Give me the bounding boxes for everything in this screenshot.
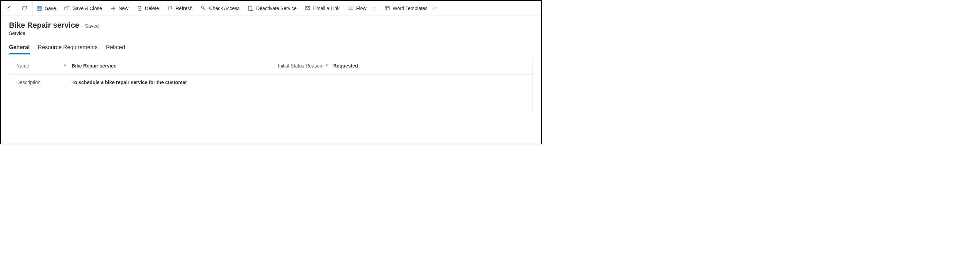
refresh-label: Refresh (175, 6, 192, 11)
svg-rect-2 (38, 6, 40, 8)
refresh-icon (167, 6, 173, 11)
svg-rect-5 (65, 7, 67, 8)
form-row: Description To schedule a bike repair se… (10, 75, 533, 113)
plus-icon (110, 6, 116, 11)
save-close-icon (64, 6, 70, 11)
word-templates-label: Word Templates (393, 6, 428, 11)
svg-rect-7 (248, 6, 252, 10)
field-label-status: Initial Status Reason * (278, 63, 333, 68)
chevron-down-icon (371, 6, 376, 11)
field-initial-status-reason[interactable]: Initial Status Reason * Requested (271, 58, 533, 73)
svg-rect-0 (22, 7, 26, 10)
field-description[interactable]: Description To schedule a bike repair se… (10, 75, 533, 90)
page-title: Bike Repair service (9, 21, 79, 30)
flow-label: Flow (356, 6, 366, 11)
svg-rect-10 (385, 6, 389, 10)
popout-icon (22, 6, 27, 11)
save-close-button[interactable]: Save & Close (60, 1, 106, 16)
tabs: General Resource Requirements Related (1, 38, 541, 54)
trash-icon (137, 6, 142, 11)
new-label: New (119, 6, 128, 11)
email-link-button[interactable]: Email a Link (301, 1, 344, 16)
back-button[interactable] (2, 1, 17, 16)
title-row: Bike Repair service - Saved (9, 21, 533, 30)
delete-button[interactable]: Delete (132, 1, 163, 16)
status-value: Requested (333, 63, 358, 68)
flow-button[interactable]: Flow (344, 1, 380, 16)
new-button[interactable]: New (106, 1, 132, 16)
email-link-label: Email a Link (313, 6, 339, 11)
name-value: Bike Repair service (72, 63, 116, 68)
field-label-description: Description (16, 80, 72, 85)
entity-label: Service (9, 30, 533, 36)
word-templates-button[interactable]: Word Templates (380, 1, 442, 16)
save-icon (37, 6, 42, 11)
delete-label: Delete (145, 6, 159, 11)
field-label-name: Name * (16, 63, 72, 68)
word-templates-icon (385, 6, 390, 11)
deactivate-label: Deactivate Service (256, 6, 297, 11)
popout-button[interactable] (17, 1, 32, 16)
status-label-text: Initial Status Reason (278, 63, 322, 68)
saved-indicator: - Saved (82, 23, 99, 29)
deactivate-icon (248, 6, 253, 11)
tab-related[interactable]: Related (106, 44, 125, 54)
flow-icon (348, 6, 353, 11)
svg-rect-4 (65, 7, 68, 10)
description-label-text: Description (16, 80, 40, 85)
chevron-down-icon (431, 6, 437, 11)
refresh-button[interactable]: Refresh (163, 1, 197, 16)
name-label-text: Name (16, 63, 29, 68)
tab-general[interactable]: General (9, 44, 30, 54)
back-arrow-icon (6, 6, 12, 11)
required-indicator: * (326, 63, 328, 68)
svg-rect-3 (38, 9, 41, 10)
record-header: Bike Repair service - Saved Service (1, 16, 541, 38)
command-bar: Save Save & Close New Delete Refresh Che… (1, 1, 541, 16)
description-value: To schedule a bike repair service for th… (72, 80, 187, 85)
deactivate-button[interactable]: Deactivate Service (243, 1, 301, 16)
email-icon (305, 6, 310, 11)
save-button[interactable]: Save (33, 1, 60, 16)
save-label: Save (45, 6, 56, 11)
required-indicator: * (64, 63, 66, 68)
check-access-button[interactable]: Check Access (197, 1, 243, 16)
tab-resource-requirements[interactable]: Resource Requirements (38, 44, 98, 54)
key-icon (201, 6, 206, 11)
form-area: Name * Bike Repair service Initial Statu… (9, 58, 533, 113)
save-close-label: Save & Close (73, 6, 102, 11)
form-row: Name * Bike Repair service Initial Statu… (10, 58, 533, 75)
check-access-label: Check Access (209, 6, 239, 11)
field-name[interactable]: Name * Bike Repair service (10, 58, 271, 73)
